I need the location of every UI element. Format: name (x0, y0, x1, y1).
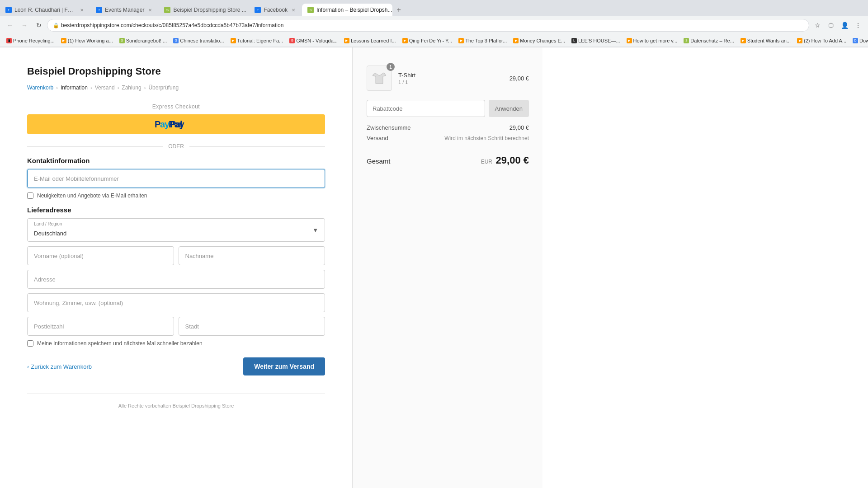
newsletter-label: Neuigkeiten und Angebote via E-Mail erha… (37, 192, 147, 199)
discount-row: Anwenden (367, 100, 529, 117)
product-name: T-Shirt (398, 72, 503, 79)
bookmark-favicon: ▶ (458, 38, 464, 43)
product-quantity-badge: 1 (387, 63, 395, 71)
continue-button[interactable]: Weiter zum Versand (243, 357, 325, 375)
breadcrumb-sep2: › (90, 85, 92, 90)
newsletter-checkbox[interactable] (27, 192, 33, 199)
bookmark-phone-recycling[interactable]: 📱 Phone Recycling... (4, 37, 57, 44)
email-input[interactable] (27, 169, 325, 188)
profile-button[interactable]: 👤 (838, 19, 851, 32)
address-bar[interactable]: 🔒 besterdropshippingstore.com/checkouts/… (47, 19, 809, 32)
tab-label: Facebook (264, 7, 288, 13)
reload-button[interactable]: ↻ (33, 19, 45, 32)
lastname-input[interactable] (179, 246, 326, 265)
extensions-button[interactable]: ⬡ (825, 19, 837, 32)
bookmark-download[interactable]: D Download - Cooki... (850, 37, 868, 44)
bookmark-favicon: ▶ (231, 38, 236, 43)
breadcrumb-versand: Versand (95, 84, 115, 91)
back-button[interactable]: ← (4, 19, 16, 32)
address-input[interactable] (27, 270, 325, 289)
back-to-cart-link[interactable]: ‹ Zurück zum Warenkorb (27, 363, 92, 370)
breadcrumb-zahlung: Zahlung (122, 84, 141, 91)
tab-close-icon[interactable]: ✕ (79, 7, 85, 13)
bookmarks-bar: 📱 Phone Recycling... ▶ (1) How Working a… (0, 34, 868, 47)
chevron-down-icon: ▼ (312, 227, 318, 234)
order-item: 1 T-Shirt 1 / 1 29,00 € (367, 66, 529, 91)
bookmark-datenschutz[interactable]: S Datenschutz – Re... (681, 37, 737, 44)
bookmark-student[interactable]: ▶ Student Wants an... (738, 37, 793, 44)
bookmark-favicon: 📱 (6, 38, 12, 43)
bookmark-how-to-add[interactable]: ▶ (2) How To Add A... (794, 37, 849, 44)
total-amount: EUR 29,00 € (481, 155, 529, 166)
bookmark-star-button[interactable]: ☆ (811, 19, 824, 32)
bookmark-tutorial[interactable]: ▶ Tutorial: Eigene Fa... (228, 37, 286, 44)
tab-facebook-leon[interactable]: f Leon R. Chaudhari | Facebook ✕ (0, 4, 90, 16)
postal-input[interactable] (27, 317, 174, 336)
bookmark-top3[interactable]: ▶ The Top 3 Platfor... (456, 37, 509, 44)
bookmark-favicon: G (289, 38, 295, 43)
tshirt-icon (370, 69, 388, 87)
bookmark-how-working[interactable]: ▶ (1) How Working a... (58, 37, 116, 44)
bookmark-favicon: ▶ (61, 38, 66, 43)
bookmark-lessons[interactable]: ▶ Lessons Learned f... (341, 37, 399, 44)
browser-tabs: f Leon R. Chaudhari | Facebook ✕ f Event… (0, 0, 868, 16)
tab-information-active[interactable]: S Information – Beispiel Dropsh... ✕ (302, 4, 392, 16)
tab-close-icon[interactable]: ✕ (290, 7, 297, 13)
total-row: Gesamt EUR 29,00 € (367, 148, 529, 166)
bookmark-favicon: S (684, 38, 689, 43)
bookmark-gmsn[interactable]: G GMSN - Voloqda... (287, 37, 340, 44)
tab-facebook[interactable]: f Facebook ✕ (249, 4, 302, 16)
bookmark-favicon: L (571, 38, 577, 43)
shipping-row: Versand Wird im nächsten Schritt berechn… (367, 135, 529, 141)
breadcrumb-warenkorb[interactable]: Warenkorb (27, 84, 53, 91)
bookmark-favicon: S (119, 38, 125, 43)
bookmark-chinese[interactable]: G Chinese translatio... (170, 37, 226, 44)
name-row (27, 246, 325, 265)
tab-events-manager[interactable]: f Events Manager ✕ (90, 4, 159, 16)
address2-input[interactable] (27, 293, 325, 312)
lock-icon: 🔒 (53, 23, 59, 28)
browser-toolbar: ← → ↻ 🔒 besterdropshippingstore.com/chec… (0, 16, 868, 34)
bookmark-favicon: ▶ (797, 38, 802, 43)
discount-input[interactable] (367, 100, 485, 117)
save-info-label: Meine Informationen speichern und nächst… (37, 340, 203, 347)
country-value: Deutschland (34, 230, 66, 237)
address2-form-group (27, 293, 325, 312)
bottom-actions: ‹ Zurück zum Warenkorb Weiter zum Versan… (27, 357, 325, 375)
breadcrumb: Warenkorb › Information › Versand › Zahl… (27, 84, 325, 91)
divider-line-left (27, 146, 163, 147)
svg-text:l: l (180, 119, 182, 129)
breadcrumb-information: Information (61, 84, 88, 91)
apply-discount-button[interactable]: Anwenden (489, 100, 529, 117)
firstname-input[interactable] (27, 246, 174, 265)
city-input[interactable] (179, 317, 326, 336)
bookmark-how-more-views[interactable]: ▶ How to get more v... (624, 37, 680, 44)
page-wrapper: Beispiel Dropshipping Store Warenkorb › … (0, 47, 868, 488)
subtotal-value: 29,00 € (509, 124, 529, 131)
tab-close-icon[interactable]: ✕ (147, 7, 153, 13)
paypal-button[interactable]: Pay Pay P a y P a l (27, 114, 325, 134)
forward-button[interactable]: → (18, 19, 31, 32)
breadcrumb-sep3: › (118, 85, 119, 90)
tab-dropshipping-store[interactable]: S Beispiel Dropshipping Store ... ✕ (159, 4, 249, 16)
save-info-checkbox[interactable] (27, 340, 33, 347)
new-tab-button[interactable]: + (392, 4, 405, 16)
bookmark-sonderangebot[interactable]: S Sonderangebot! ... (117, 37, 170, 44)
bookmark-favicon: ▶ (741, 38, 746, 43)
main-content: Beispiel Dropshipping Store Warenkorb › … (0, 47, 353, 488)
country-select[interactable]: Land / Region Deutschland ▼ (27, 218, 325, 242)
bookmark-qing[interactable]: ▶ Qing Fei De Yi - Y... (400, 37, 455, 44)
bookmark-money[interactable]: ▶ Money Changes E... (510, 37, 568, 44)
address-form-group (27, 270, 325, 289)
subtotal-row: Zwischensumme 29,00 € (367, 124, 529, 131)
menu-button[interactable]: ⋮ (852, 19, 864, 32)
tab-label: Events Manager (105, 7, 144, 13)
bookmark-lees-house[interactable]: L LEE'S HOUSE—... (569, 37, 623, 44)
bookmark-favicon: ▶ (513, 38, 519, 43)
divider-or: ODER (27, 143, 325, 150)
tab-favicon: f (96, 7, 102, 13)
breadcrumb-sep1: › (56, 85, 58, 90)
express-checkout-section: Express Checkout Pay Pay P a y P a l (27, 103, 325, 134)
tab-label: Leon R. Chaudhari | Facebook (14, 7, 76, 13)
chevron-left-icon: ‹ (27, 363, 29, 370)
